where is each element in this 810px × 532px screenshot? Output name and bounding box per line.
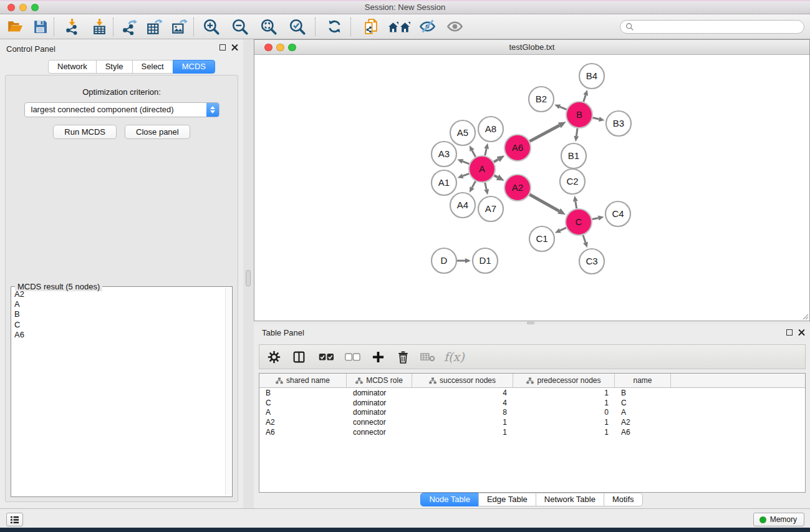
result-scrollbar[interactable] xyxy=(225,288,231,495)
graph-edge[interactable] xyxy=(592,218,599,219)
graph-edge[interactable] xyxy=(529,125,559,142)
graph-edge[interactable] xyxy=(529,195,559,211)
create-column-icon[interactable] xyxy=(372,351,384,363)
first-neighbors-icon[interactable] xyxy=(387,17,412,37)
run-mcds-button[interactable]: Run MCDS xyxy=(53,125,117,139)
graph-node-B2[interactable]: B2 xyxy=(529,87,554,112)
graph-node-B4[interactable]: B4 xyxy=(579,64,604,89)
network-close-button[interactable] xyxy=(264,44,272,52)
float-table-panel-icon[interactable] xyxy=(786,329,793,336)
network-minimize-button[interactable] xyxy=(276,44,284,52)
tab-motifs[interactable]: Motifs xyxy=(604,493,643,506)
network-canvas[interactable]: B4B2BB3A5A8A6B1A3AA1C2A2A4A7CC4C1C3DD1 xyxy=(254,56,809,321)
table-row[interactable]: A2connector11A2 xyxy=(259,417,805,427)
close-panel-icon[interactable] xyxy=(231,44,238,51)
clone-network-icon[interactable] xyxy=(361,17,381,37)
divider-grip[interactable] xyxy=(246,270,251,286)
maximize-button[interactable] xyxy=(31,4,39,11)
mcds-result-item[interactable]: A2 xyxy=(14,289,223,299)
graph-edge[interactable] xyxy=(583,235,586,243)
minimize-button[interactable] xyxy=(19,4,27,11)
zoom-out-icon[interactable] xyxy=(230,17,250,37)
graph-edge[interactable] xyxy=(560,228,566,231)
zoom-in-icon[interactable] xyxy=(201,17,221,37)
function-builder-icon[interactable]: f(x) xyxy=(444,350,465,364)
graph-node-A[interactable]: A xyxy=(469,156,495,182)
resize-grip-icon[interactable] xyxy=(801,312,809,320)
graph-node-B3[interactable]: B3 xyxy=(606,111,631,136)
select-all-columns-icon[interactable] xyxy=(319,353,334,361)
column-header-successor-nodes[interactable]: successor nodes xyxy=(412,374,513,387)
graph-edge[interactable] xyxy=(472,181,476,187)
tab-network[interactable]: Network xyxy=(48,60,97,74)
mcds-result-item[interactable]: C xyxy=(14,320,223,330)
mcds-result-item[interactable]: B xyxy=(14,309,223,319)
show-columns-icon[interactable] xyxy=(292,351,306,364)
show-graphics-details-icon[interactable] xyxy=(445,17,465,37)
tab-mcds[interactable]: MCDS xyxy=(173,60,215,74)
graph-node-B1[interactable]: B1 xyxy=(561,143,586,168)
panel-divider[interactable] xyxy=(243,39,254,508)
search-input[interactable] xyxy=(634,22,799,32)
delete-table-icon[interactable] xyxy=(420,352,435,362)
graph-node-B[interactable]: B xyxy=(566,102,592,128)
graph-node-A5[interactable]: A5 xyxy=(450,120,475,145)
graph-edge[interactable] xyxy=(485,182,486,189)
graph-node-C3[interactable]: C3 xyxy=(579,249,604,274)
network-maximize-button[interactable] xyxy=(288,44,296,52)
graph-node-C2[interactable]: C2 xyxy=(560,169,585,194)
column-header-name[interactable]: name xyxy=(615,374,671,387)
graph-edge[interactable] xyxy=(463,162,470,164)
close-panel-button[interactable]: Close panel xyxy=(125,125,190,139)
tab-node-table[interactable]: Node Table xyxy=(420,493,479,506)
column-header-shared-name[interactable]: shared name xyxy=(259,374,347,387)
hide-graphics-details-icon[interactable] xyxy=(417,17,437,37)
graph-node-C1[interactable]: C1 xyxy=(529,226,554,251)
network-graph[interactable]: B4B2BB3A5A8A6B1A3AA1C2A2A4A7CC4C1C3DD1 xyxy=(254,56,809,321)
graph-node-A7[interactable]: A7 xyxy=(478,196,503,221)
table-row[interactable]: Cdominator41C xyxy=(259,398,805,408)
zoom-fit-icon[interactable] xyxy=(259,17,279,37)
tab-network-table[interactable]: Network Table xyxy=(536,493,604,506)
graph-edge[interactable] xyxy=(494,175,498,177)
graph-node-A8[interactable]: A8 xyxy=(478,117,503,142)
graph-edge[interactable] xyxy=(472,150,476,157)
table-settings-gear-icon[interactable] xyxy=(268,351,281,364)
table-row[interactable]: Adominator80A xyxy=(259,408,805,418)
graph-edge[interactable] xyxy=(494,159,498,162)
graph-edge[interactable] xyxy=(584,95,586,102)
graph-node-D[interactable]: D xyxy=(432,248,456,273)
export-network-icon[interactable] xyxy=(120,17,140,37)
table-row[interactable]: A6connector11A6 xyxy=(259,427,805,437)
graph-node-A3[interactable]: A3 xyxy=(432,142,456,167)
mcds-result-item[interactable]: A xyxy=(14,299,223,309)
delete-columns-icon[interactable] xyxy=(397,351,409,364)
tab-style[interactable]: Style xyxy=(96,60,133,74)
refresh-icon[interactable] xyxy=(324,17,344,37)
tab-edge-table[interactable]: Edge Table xyxy=(478,493,536,506)
export-image-icon[interactable] xyxy=(170,17,190,37)
mcds-result-item[interactable]: A6 xyxy=(14,330,223,340)
close-table-panel-icon[interactable] xyxy=(798,329,805,336)
column-header-predecessor-nodes[interactable]: predecessor nodes xyxy=(513,374,615,387)
open-session-icon[interactable] xyxy=(5,17,25,37)
graph-edge[interactable] xyxy=(576,128,577,136)
memory-button[interactable]: Memory xyxy=(753,513,804,526)
tab-select[interactable]: Select xyxy=(132,60,173,74)
save-session-icon[interactable] xyxy=(30,17,50,37)
graph-edge[interactable] xyxy=(592,118,599,119)
zoom-selected-icon[interactable] xyxy=(287,17,307,37)
graph-node-A6[interactable]: A6 xyxy=(504,135,531,161)
close-button[interactable] xyxy=(7,4,15,11)
graph-edge[interactable] xyxy=(485,148,486,155)
mcds-result-list[interactable]: A2ABCA6 xyxy=(14,289,223,495)
unselect-all-columns-icon[interactable] xyxy=(345,353,360,361)
export-table-icon[interactable] xyxy=(145,17,165,37)
import-table-icon[interactable] xyxy=(89,17,109,37)
graph-node-A4[interactable]: A4 xyxy=(450,193,475,218)
graph-edge[interactable] xyxy=(463,173,469,176)
task-history-button[interactable] xyxy=(6,513,23,526)
graph-node-A1[interactable]: A1 xyxy=(432,170,456,195)
table-row[interactable]: Bdominator41B xyxy=(259,388,805,398)
criterion-dropdown[interactable]: largest connected component (directed) xyxy=(24,102,219,117)
